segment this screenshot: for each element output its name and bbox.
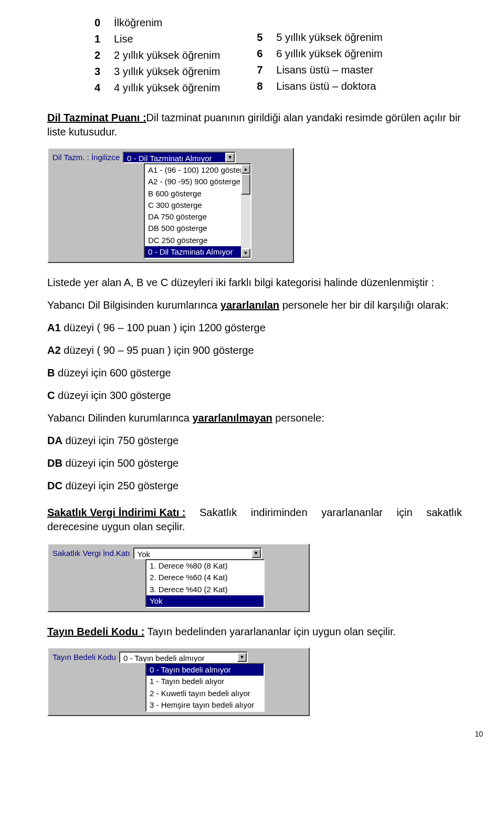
sakatlik-paragraph: Sakatlık Vergi İndirimi Katı : Sakatlık … [47,506,462,534]
item-label: Lise [114,32,133,46]
item-number: 0 [94,16,102,30]
listbox-scrollbar[interactable]: ▲ ▼ [241,164,250,258]
item-number: 7 [257,63,265,77]
item-label: 5 yıllık yüksek öğrenim [276,30,382,45]
list-item[interactable]: DA 750 gösterge [145,211,241,223]
education-list-right: 5 5 yıllık yüksek öğrenim 6 6 yıllık yük… [257,30,382,95]
item-label: 2 yıllık yüksek öğrenim [114,48,220,62]
chevron-down-icon: ▼ [239,654,245,661]
list-item: 3 3 yıllık yüksek öğrenim [94,65,220,79]
sakatlik-word: sakatlık [426,506,462,520]
item-label: 6 yıllık yüksek öğrenim [276,47,382,61]
scroll-track[interactable] [241,174,250,248]
list-item[interactable]: A1 - (96 - 100) 1200 gösterge [145,164,241,176]
dil-tazminat-ui: Dil Tazm. : İngilizce 0 - Dil Tazminatı … [47,148,294,263]
yararlanilmayan-pre: Yabancı Dilinden kurumlarınca [47,412,192,424]
scroll-down-button[interactable]: ▼ [241,248,250,258]
list-item[interactable]: DB 500 gösterge [145,223,241,234]
level-code: C [47,390,55,401]
item-number: 1 [94,32,102,46]
level-line: DC düzeyi için 250 gösterge [47,479,462,493]
dil-tazminat-lead: Dil Tazminat Puanı : [47,112,146,123]
level-line: C düzeyi için 300 gösterge [47,388,462,403]
combo-value: 0 - Dil Tazminatı Almıyor [124,153,225,162]
level-code: DB [47,457,62,469]
level-text: düzeyi için 300 gösterge [55,390,171,401]
item-number: 6 [257,47,265,61]
education-list-left: 0 İlköğrenim 1 Lise 2 2 yıllık yüksek öğ… [94,16,220,95]
liste-paragraph: Listede yer alan A, B ve C düzeyleri iki… [47,276,462,290]
level-line: A2 düzeyi ( 90 – 95 puan ) için 900 göst… [47,343,462,358]
sakatlik-word: için [397,506,413,520]
list-item-selected[interactable]: 0 - Tayın bedeli almıyor [146,664,264,676]
list-item[interactable]: 1 - Tayın bedeli alıyor [146,676,264,687]
dropdown-button[interactable]: ▼ [225,153,235,162]
item-label: İlköğrenim [114,16,162,30]
item-label: 3 yıllık yüksek öğrenim [114,65,220,79]
sakatlik-line2: derecesine uygun olan seçilir. [47,520,462,534]
scroll-up-button[interactable]: ▲ [241,164,250,174]
level-code: A2 [47,344,61,356]
level-line: DA düzeyi için 750 gösterge [47,434,462,448]
dil-tazminat-combo[interactable]: 0 - Dil Tazminatı Almıyor ▼ [123,152,236,163]
item-number: 3 [94,65,102,79]
level-text: düzeyi ( 90 – 95 puan ) için 900 gösterg… [61,344,254,356]
tayin-lead: Tayın Bedeli Kodu : [47,626,144,637]
item-label: Lisans üstü – doktora [276,79,376,93]
level-text: düzeyi için 750 gösterge [62,435,178,446]
sakatlik-listbox[interactable]: 1. Derece %80 (8 Kat) 2. Derece %60 (4 K… [145,559,265,608]
yararlanilmayan-line: Yabancı Dilinden kurumlarınca yararlanıl… [47,411,462,425]
list-item: 4 4 yıllık yüksek öğrenim [94,81,220,95]
sakatlik-combo[interactable]: Yok ▼ [133,548,262,559]
list-item[interactable]: 2 - Kuwetli tayın bedeli alıyor [146,688,264,699]
chevron-down-icon: ▼ [227,154,233,161]
level-code: B [47,367,55,379]
tayin-field-label: Tayın Bedeli Kodu [52,652,116,663]
sakatlik-lead: Sakatlık Vergi İndirimi Katı : [47,506,185,520]
level-text: düzeyi için 600 gösterge [55,367,171,379]
list-item: 2 2 yıllık yüksek öğrenim [94,48,220,62]
dropdown-button[interactable]: ▼ [251,549,261,558]
list-item[interactable]: 2. Derece %60 (4 Kat) [146,572,264,583]
list-item[interactable]: 1. Derece %80 (8 Kat) [146,560,264,572]
dil-tazminat-listbox[interactable]: A1 - (96 - 100) 1200 gösterge A2 - (90 -… [144,163,251,259]
combo-value: Yok [134,549,251,558]
yararlanilan-line: Yabancı Dil Bilgisinden kurumlarınca yar… [47,298,462,312]
level-text: düzeyi için 500 gösterge [62,457,178,469]
sakatlik-field-label: Sakatlık Vergi İnd.Katı [52,548,130,559]
list-item: 8 Lisans üstü – doktora [257,79,382,93]
dropdown-button[interactable]: ▼ [237,653,247,662]
item-number: 5 [257,30,265,45]
tayin-listbox[interactable]: 0 - Tayın bedeli almıyor 1 - Tayın bedel… [145,663,265,712]
tayin-combo[interactable]: 0 - Tayın bedeli almıyor ▼ [119,652,248,663]
yararlanilan-pre: Yabancı Dil Bilgisinden kurumlarınca [47,299,220,311]
list-item[interactable]: 3. Derece %40 (2 Kat) [146,584,264,595]
list-item[interactable]: B 600 gösterge [145,188,241,199]
level-line: A1 düzeyi ( 96 – 100 puan ) için 1200 gö… [47,321,462,335]
yararlanilan-underlined: yararlanılan [220,299,279,311]
yararlanilan-post: personele her bir dil karşılığı olarak: [279,299,448,311]
level-text: düzeyi ( 96 – 100 puan ) için 1200 göste… [61,322,266,333]
scroll-thumb[interactable] [241,174,250,195]
list-item: 5 5 yıllık yüksek öğrenim [257,30,382,45]
list-item-selected[interactable]: Yok [146,595,264,607]
item-label: Lisans üstü – master [276,63,373,77]
list-item[interactable]: 3 - Hemşire tayın bedeli alıyor [146,699,264,711]
yararlanilmayan-underlined: yararlanılmayan [192,412,272,424]
list-item: 0 İlköğrenim [94,16,220,30]
list-item[interactable]: A2 - (90 -95) 900 gösterge [145,176,241,187]
list-item-selected[interactable]: 0 - Dil Tazminatı Almıyor [145,246,241,258]
sakatlik-word: Sakatlık [200,506,237,520]
dil-tazminat-field-label: Dil Tazm. : İngilizce [52,152,120,163]
combo-value: 0 - Tayın bedeli almıyor [120,653,237,662]
chevron-down-icon: ▼ [254,550,259,557]
tayin-paragraph: Tayın Bedeli Kodu : Tayın bedelinden yar… [47,625,462,639]
list-item[interactable]: C 300 gösterge [145,199,241,211]
level-text: düzeyi için 250 gösterge [62,480,178,491]
education-lists: 0 İlköğrenim 1 Lise 2 2 yıllık yüksek öğ… [94,16,462,95]
sakatlik-ui: Sakatlık Vergi İnd.Katı Yok ▼ 1. Derece … [47,543,310,612]
tayin-body: Tayın bedelinden yararlananlar için uygu… [144,626,396,637]
list-item[interactable]: DC 250 gösterge [145,235,241,246]
sakatlik-word: yararlananlar [321,506,383,520]
item-label: 4 yıllık yüksek öğrenim [114,81,220,95]
